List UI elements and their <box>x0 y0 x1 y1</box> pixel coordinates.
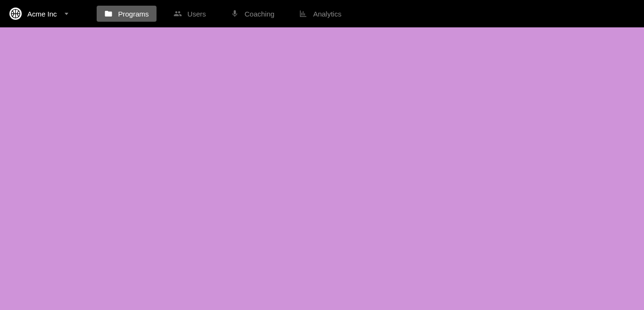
nav-item-label: Programs <box>118 10 149 18</box>
caret-down-icon <box>65 13 68 15</box>
top-navbar: Acme Inc Programs Users Coaching <box>0 0 644 27</box>
nav-item-analytics[interactable]: Analytics <box>291 6 349 22</box>
nav-item-label: Analytics <box>313 10 341 18</box>
nav-item-users[interactable]: Users <box>166 6 214 22</box>
brand-dropdown[interactable]: Acme Inc <box>9 8 68 20</box>
nav-item-programs[interactable]: Programs <box>97 6 157 22</box>
basketball-icon <box>10 8 21 19</box>
bar-chart-icon <box>299 9 307 18</box>
nav-item-label: Coaching <box>245 10 274 18</box>
brand-name-label: Acme Inc <box>27 10 57 18</box>
folder-icon <box>104 9 113 18</box>
nav-items-container: Programs Users Coaching Analytics <box>97 6 349 22</box>
brand-logo <box>9 8 22 20</box>
nav-item-label: Users <box>188 10 206 18</box>
microphone-icon <box>231 9 239 18</box>
users-icon <box>173 9 182 18</box>
main-content-area <box>0 27 644 310</box>
nav-item-coaching[interactable]: Coaching <box>223 6 282 22</box>
